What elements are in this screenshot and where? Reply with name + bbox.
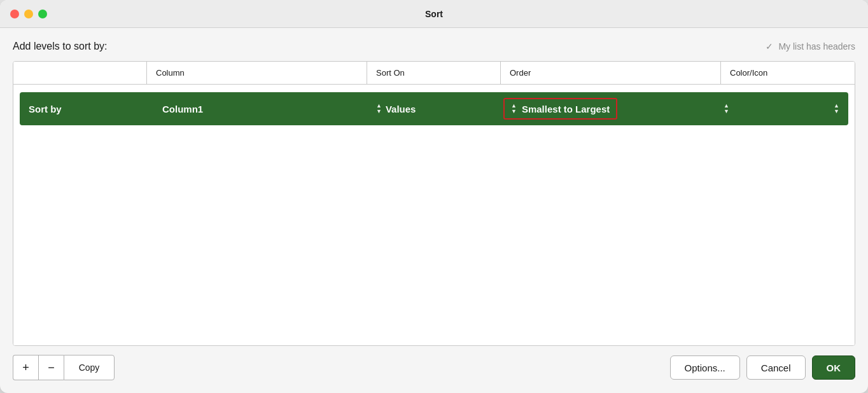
checkbox-icon: ✓ bbox=[764, 41, 774, 52]
cancel-button[interactable]: Cancel bbox=[746, 355, 806, 380]
footer-left-buttons: + − Copy bbox=[13, 355, 115, 380]
col-header-order: Order bbox=[501, 62, 721, 84]
sort-on-select[interactable]: ▲▼ Values bbox=[376, 103, 492, 114]
col-header-column: Column bbox=[147, 62, 367, 84]
my-list-has-headers-label: My list has headers bbox=[778, 41, 855, 52]
window-controls bbox=[10, 10, 47, 18]
sort-on-updown-icon: ▲▼ bbox=[376, 103, 382, 114]
column-value: Column1 bbox=[162, 104, 203, 114]
col-header-color-icon: Color/Icon bbox=[721, 62, 855, 84]
add-level-button[interactable]: + bbox=[13, 355, 38, 380]
remove-level-button[interactable]: − bbox=[38, 355, 64, 380]
footer-right-buttons: Options... Cancel OK bbox=[670, 355, 855, 380]
close-button[interactable] bbox=[10, 10, 19, 18]
table-row: Sort by Column1 ▲▼ Values bbox=[20, 92, 848, 125]
sort-on-value: Values bbox=[386, 104, 416, 114]
col-header-sort-on: Sort On bbox=[367, 62, 501, 84]
dialog-footer: + − Copy Options... Cancel OK bbox=[0, 346, 868, 393]
column-select[interactable]: Column1 bbox=[162, 104, 358, 114]
col-header-type bbox=[13, 62, 147, 84]
add-levels-label: Add levels to sort by: bbox=[13, 41, 108, 52]
sort-table: Column Sort On Order Color/Icon Sort by … bbox=[13, 61, 855, 346]
order-updown-icon: ▲▼ bbox=[511, 103, 517, 114]
table-body: Sort by Column1 ▲▼ Values bbox=[13, 85, 855, 345]
ok-button[interactable]: OK bbox=[812, 355, 856, 380]
headers-checkbox-area[interactable]: ✓ My list has headers bbox=[764, 41, 855, 52]
sort-by-cell: Sort by bbox=[20, 97, 153, 121]
dialog-body: Add levels to sort by: ✓ My list has hea… bbox=[0, 28, 868, 346]
order-select-wrapper[interactable]: ▲▼ Smallest to Largest bbox=[503, 98, 617, 120]
dialog-title: Sort bbox=[425, 9, 443, 19]
order-select-cell[interactable]: ▲▼ Smallest to Largest bbox=[501, 94, 715, 123]
copy-level-button[interactable]: Copy bbox=[64, 355, 115, 380]
color-icon-select-cell[interactable]: ▲▼ ▲▼ bbox=[715, 97, 848, 121]
options-button[interactable]: Options... bbox=[670, 355, 740, 380]
dialog-header: Add levels to sort by: ✓ My list has hea… bbox=[13, 41, 855, 52]
color-icon-updown-icon: ▲▼ bbox=[724, 103, 729, 114]
maximize-button[interactable] bbox=[38, 10, 47, 18]
sort-on-select-cell[interactable]: ▲▼ Values bbox=[367, 97, 501, 121]
table-header-row: Column Sort On Order Color/Icon bbox=[13, 62, 855, 85]
order-value: Smallest to Largest bbox=[522, 104, 610, 114]
column-select-cell[interactable]: Column1 bbox=[153, 97, 367, 121]
minimize-button[interactable] bbox=[24, 10, 33, 18]
titlebar: Sort bbox=[0, 0, 868, 28]
sort-dialog: Sort Add levels to sort by: ✓ My list ha… bbox=[0, 0, 868, 393]
color-icon-right-arrow-icon: ▲▼ bbox=[834, 103, 839, 114]
